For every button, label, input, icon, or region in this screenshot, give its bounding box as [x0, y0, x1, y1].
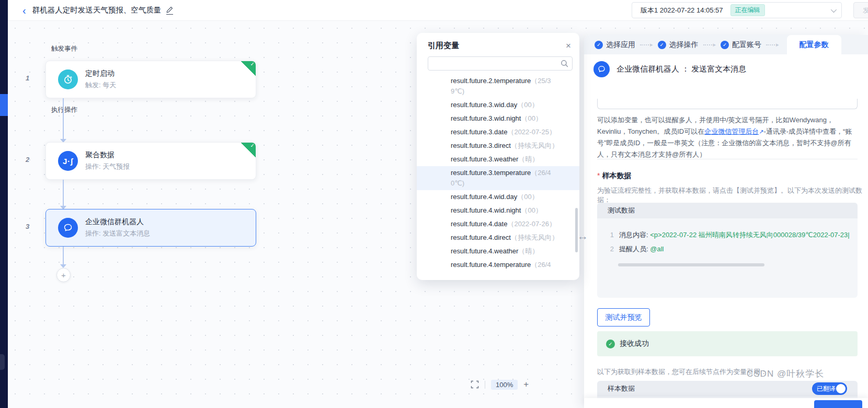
connector-1	[63, 98, 64, 139]
node-timer-trigger[interactable]: 定时启动 触发: 每天 ✓	[45, 61, 256, 98]
mention-input-partial[interactable]	[597, 99, 858, 109]
variable-item[interactable]: result.future.4.date（2022-07-26）	[417, 217, 579, 231]
success-banner: ✓ 接收成功	[597, 331, 858, 356]
variable-item[interactable]: result.future.4.weather（晴）	[417, 244, 579, 258]
variable-item[interactable]: result.future.3.weather（晴）	[417, 153, 579, 166]
back-icon[interactable]: ‹	[22, 5, 26, 16]
watermark-text: CSDN @叶秋学长	[747, 368, 824, 380]
publish-button[interactable]: 发布	[853, 2, 868, 18]
variables-panel: 引用变量 × result.future.2.temperature（25/39…	[417, 33, 579, 280]
editing-status-badge: 正在编辑	[730, 4, 765, 16]
step-arrow-icon: ▸	[703, 41, 716, 48]
search-icon	[561, 60, 568, 67]
step-select-app[interactable]: ✓ 选择应用	[595, 40, 635, 50]
node-2-success-badge: ✓	[241, 142, 256, 158]
config-app-title: 企业微信群机器人 ： 发送富文本消息	[616, 64, 746, 74]
sample-helper-text: 为验证流程完整性，并获取样本数据，请点击【测试并预览】。以下为本次发送的测试数据…	[597, 186, 868, 205]
step-check-icon: ✓	[595, 41, 603, 49]
field-description: 可以添加变量，也可以提醒多人，并使用中/英文逗号隔开，比如Wendywang，K…	[597, 114, 857, 160]
rail-active-indicator[interactable]	[0, 94, 8, 116]
config-footer	[584, 398, 868, 408]
version-label: 版本1 2022-07-22 14:05:57	[641, 6, 723, 15]
step-select-action[interactable]: ✓ 选择操作	[658, 40, 699, 50]
variable-item[interactable]: result.future.3.wid.night（00）	[417, 112, 579, 125]
admin-console-link[interactable]: 企业微信管理后台	[704, 127, 759, 135]
tab-config-params[interactable]: 配置参数	[787, 35, 841, 54]
add-node-button[interactable]: +	[56, 268, 71, 282]
node-2-title: 聚合数据	[85, 150, 130, 160]
wecom-robot-chat-icon	[58, 218, 78, 238]
variable-item-highlighted[interactable]: result.future.3.temperature（26/40℃)	[417, 166, 579, 190]
required-mark: *	[597, 171, 600, 180]
variable-item[interactable]: result.future.4.temperature（26/4	[417, 258, 579, 272]
trigger-section-label: 触发事件	[51, 44, 77, 53]
step-config-account[interactable]: ✓ 配置账号	[721, 40, 761, 50]
config-panel: ✓ 选择应用 ▸ ✓ 选择操作 ▸ ✓ 配置账号 ▸ 配置参数 企业微信群机器人…	[584, 35, 868, 408]
node-3-title: 企业微信群机器人	[85, 217, 150, 227]
zoom-level-value[interactable]: 100%	[491, 380, 518, 390]
result-helper-text: 以下为获取到样本数据，您可在后续节点作为变量引用：	[597, 367, 767, 377]
rail-handle[interactable]	[0, 354, 5, 370]
version-select[interactable]: 版本1 2022-07-22 14:05:57 正在编辑	[632, 2, 842, 18]
translated-toggle[interactable]: 已翻译	[812, 382, 847, 395]
test-preview-button[interactable]: 测试并预览	[597, 308, 650, 327]
connector-3-arrowhead	[60, 264, 66, 268]
fit-screen-icon[interactable]	[471, 380, 479, 389]
variables-list: result.future.2.temperature（25/39℃) resu…	[417, 74, 579, 274]
variable-item[interactable]: result.future.4.direct（持续无风向）	[417, 231, 579, 244]
node-2-number: 2	[26, 156, 29, 164]
variables-panel-title: 引用变量	[428, 41, 459, 51]
step-check-icon: ✓	[658, 41, 666, 49]
zoom-in-icon[interactable]: +	[523, 379, 529, 390]
step-arrow-icon: ▸	[640, 41, 653, 48]
controls-divider	[485, 381, 485, 389]
chevron-down-icon	[831, 6, 837, 12]
connector-3	[63, 247, 64, 264]
node-1-number: 1	[26, 74, 29, 82]
variable-item[interactable]: result.future.3.wid.day（00）	[417, 98, 579, 112]
node-3-number: 3	[26, 223, 29, 230]
next-step-button[interactable]	[814, 400, 862, 408]
timer-clock-icon	[58, 69, 78, 89]
test-data-line: 1 消息内容: <p>2022-07-22 福州晴南风转持续无风向000028/…	[597, 228, 858, 242]
sample-result-header: 样本数据 已翻译	[597, 381, 858, 397]
close-icon[interactable]: ×	[566, 41, 571, 50]
section-divider	[597, 159, 858, 159]
variable-item[interactable]: result.future.4.wid.day（00）	[417, 190, 579, 204]
action-section-label: 执行操作	[51, 106, 77, 114]
step-check-icon: ✓	[721, 41, 729, 49]
aggregate-data-icon: J·ʃ	[58, 151, 78, 171]
node-1-title: 定时启动	[85, 69, 116, 78]
variable-item[interactable]: result.future.3.date（2022-07-25）	[417, 125, 579, 139]
left-nav-rail	[0, 0, 8, 408]
wecom-robot-app-icon	[593, 61, 610, 77]
config-steps-bar: ✓ 选择应用 ▸ ✓ 选择操作 ▸ ✓ 配置账号 ▸ 配置参数	[584, 35, 868, 54]
test-data-header: 测试数据	[597, 203, 858, 218]
node-3-subtitle: 操作: 发送富文本消息	[85, 229, 150, 238]
config-body: 企业微信群机器人 ： 发送富文本消息 可以添加变量，也可以提醒多人，并使用中/英…	[584, 54, 868, 408]
top-bar: ‹ 群机器人定时发送天气预报、空气质量 版本1 2022-07-22 14:05…	[8, 0, 868, 21]
node-1-success-badge: ✓	[241, 61, 256, 76]
canvas-zoom-controls: 100% +	[471, 379, 529, 390]
node-2-subtitle: 操作: 天气预报	[85, 162, 130, 171]
success-check-icon: ✓	[606, 340, 615, 348]
horizontal-scrollbar[interactable]	[618, 263, 764, 266]
test-data-box: 测试数据 1 消息内容: <p>2022-07-22 福州晴南风转持续无风向00…	[597, 203, 858, 298]
toggle-knob	[836, 384, 846, 393]
node-1-subtitle: 触发: 每天	[85, 80, 116, 90]
step-arrow-icon: ▸	[766, 41, 779, 48]
sample-data-label: *样本数据	[597, 171, 631, 181]
node-aggregate-data[interactable]: J·ʃ 聚合数据 操作: 天气预报 ✓	[45, 142, 256, 180]
edit-title-icon[interactable]	[166, 6, 173, 15]
node-wecom-robot[interactable]: 企业微信群机器人 操作: 发送富文本消息	[45, 209, 256, 247]
success-text: 接收成功	[620, 339, 649, 348]
connector-2	[63, 180, 64, 206]
panel-resize-cursor-icon[interactable]: ↔	[577, 230, 588, 242]
variable-item[interactable]: result.future.3.direct（持续无风向）	[417, 139, 579, 153]
variable-item[interactable]: result.future.2.temperature（25/39℃)	[417, 74, 579, 98]
test-data-line: 2 提醒人员: @all	[597, 242, 858, 256]
workflow-title: 群机器人定时发送天气预报、空气质量	[32, 5, 162, 15]
variable-item[interactable]: result.future.4.wid.night（00）	[417, 204, 579, 217]
variable-search-input[interactable]	[428, 56, 573, 71]
workflow-editor-screen: ‹ 群机器人定时发送天气预报、空气质量 版本1 2022-07-22 14:05…	[0, 0, 868, 408]
